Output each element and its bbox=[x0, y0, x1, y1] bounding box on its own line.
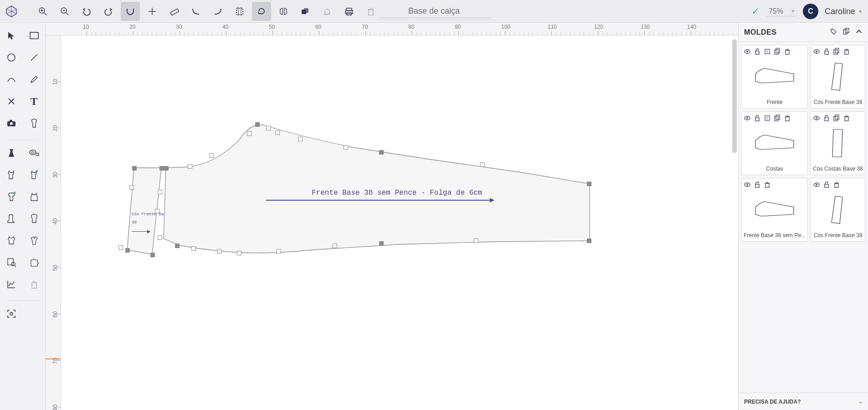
lock-icon[interactable] bbox=[823, 114, 830, 122]
pattern-handle[interactable] bbox=[298, 137, 303, 141]
tag-icon[interactable]: T bbox=[764, 114, 771, 122]
ruler-button[interactable] bbox=[164, 2, 184, 21]
pattern-handle[interactable] bbox=[132, 166, 137, 171]
lock-icon[interactable] bbox=[754, 114, 761, 122]
mold-card[interactable]: Frente Base 38 sem Pe... bbox=[741, 178, 808, 242]
mold-card[interactable]: Cós Costas Base 38 bbox=[811, 111, 865, 175]
shirt-dot-tool[interactable] bbox=[4, 189, 19, 204]
select-tool[interactable] bbox=[4, 28, 19, 43]
pattern-handle[interactable] bbox=[587, 182, 591, 186]
measure-tape-tool[interactable] bbox=[27, 145, 41, 160]
camera-tool[interactable] bbox=[4, 116, 19, 130]
trash-icon[interactable] bbox=[843, 48, 850, 55]
pattern-handle[interactable] bbox=[210, 153, 214, 158]
pattern-main[interactable]: Frente Base 38 sem Pence - Folga de 6cm bbox=[161, 122, 599, 286]
pattern-handle[interactable] bbox=[266, 126, 271, 130]
pattern-handle[interactable] bbox=[247, 131, 252, 136]
pencil-tool[interactable] bbox=[27, 72, 41, 87]
user-name[interactable]: Caroline bbox=[825, 7, 855, 16]
eye-icon[interactable] bbox=[813, 181, 820, 188]
pattern-handle[interactable] bbox=[255, 122, 260, 127]
pattern-handle[interactable] bbox=[125, 248, 130, 253]
pattern-handle[interactable] bbox=[275, 130, 280, 135]
layers-button[interactable] bbox=[296, 2, 315, 21]
lock-icon[interactable] bbox=[754, 48, 761, 55]
copy-icon[interactable] bbox=[774, 48, 781, 55]
user-avatar[interactable]: C bbox=[803, 4, 818, 19]
pattern-handle[interactable] bbox=[129, 185, 134, 190]
pattern-handle[interactable] bbox=[188, 164, 192, 169]
body-tool[interactable] bbox=[27, 116, 41, 130]
delete-point-tool[interactable] bbox=[4, 94, 19, 109]
zoom-out-button[interactable] bbox=[55, 2, 74, 21]
circle-tool[interactable] bbox=[4, 50, 19, 65]
pattern-handle[interactable] bbox=[379, 241, 384, 246]
pattern-handle[interactable] bbox=[118, 245, 123, 250]
undo-button[interactable] bbox=[77, 2, 96, 21]
curve-tool[interactable] bbox=[4, 72, 19, 87]
mold-card[interactable]: Cós Frente Base 38 bbox=[811, 178, 865, 242]
app-logo[interactable] bbox=[0, 0, 23, 23]
pattern-handle[interactable] bbox=[277, 249, 281, 254]
trash-icon[interactable] bbox=[843, 114, 850, 122]
copy-icon[interactable] bbox=[833, 48, 840, 55]
pattern-handle[interactable] bbox=[175, 244, 180, 248]
trash-icon[interactable] bbox=[784, 48, 791, 55]
piece-search-tool[interactable] bbox=[4, 255, 19, 270]
help-bar[interactable]: PRECISA DE AJUDA? ⌄ bbox=[739, 393, 868, 410]
eye-icon[interactable] bbox=[744, 181, 751, 188]
focus-tool[interactable] bbox=[4, 306, 19, 321]
zoom-select[interactable]: 75% bbox=[766, 6, 796, 16]
mirror-button[interactable] bbox=[274, 2, 293, 21]
line-tool[interactable] bbox=[27, 50, 41, 65]
puzzle-tool[interactable] bbox=[27, 255, 41, 270]
panel-collapse-icon[interactable] bbox=[855, 28, 863, 37]
snap-button[interactable] bbox=[121, 2, 140, 21]
crosshair-button[interactable] bbox=[143, 2, 162, 21]
pattern-handle[interactable] bbox=[150, 253, 155, 257]
dress-fill-tool[interactable] bbox=[4, 145, 19, 160]
panel-copy-icon[interactable] bbox=[842, 28, 850, 37]
rect-tool[interactable] bbox=[27, 28, 41, 43]
mold-card[interactable]: Cós Frente Base 38 bbox=[811, 45, 865, 109]
pattern-handle[interactable] bbox=[379, 150, 384, 155]
canvas-scrollbar[interactable] bbox=[731, 36, 738, 410]
copy-icon[interactable] bbox=[833, 114, 840, 122]
bounding-box-button[interactable] bbox=[230, 2, 249, 21]
ghost-button[interactable] bbox=[318, 2, 337, 21]
mold-card[interactable]: TFrente bbox=[741, 45, 808, 109]
vest-tool[interactable] bbox=[27, 189, 41, 204]
canvas[interactable]: Cós Frente Base 38 Frente Base 38 sem Pe… bbox=[61, 36, 738, 410]
lock-icon[interactable] bbox=[823, 181, 830, 188]
trash-icon[interactable] bbox=[784, 114, 791, 122]
curve-right-button[interactable] bbox=[208, 2, 227, 21]
print-button[interactable] bbox=[339, 2, 359, 21]
pattern-handle[interactable] bbox=[587, 239, 591, 243]
user-menu-chevron-icon[interactable]: ▾ bbox=[859, 8, 862, 15]
pattern-handle[interactable] bbox=[237, 251, 241, 255]
pattern-handle[interactable] bbox=[333, 244, 337, 248]
scrollbar-thumb[interactable] bbox=[732, 39, 737, 153]
tank-dot-tool[interactable] bbox=[27, 167, 41, 182]
eye-icon[interactable] bbox=[813, 114, 820, 122]
graph-tool[interactable] bbox=[4, 277, 19, 291]
curve-left-button[interactable] bbox=[186, 2, 205, 21]
collar-tool[interactable] bbox=[27, 233, 41, 248]
document-title-input[interactable] bbox=[378, 5, 491, 18]
pattern-handle[interactable] bbox=[344, 145, 348, 150]
eye-icon[interactable] bbox=[744, 114, 751, 122]
bag-tool[interactable] bbox=[27, 277, 41, 291]
tag-icon[interactable]: T bbox=[764, 48, 771, 55]
trash-icon[interactable] bbox=[764, 181, 771, 188]
eye-icon[interactable] bbox=[744, 48, 751, 55]
trash-icon[interactable] bbox=[833, 181, 840, 188]
lock-icon[interactable] bbox=[823, 48, 830, 55]
eye-icon[interactable] bbox=[813, 48, 820, 55]
tank-tool[interactable] bbox=[4, 167, 19, 182]
redo-button[interactable] bbox=[99, 2, 118, 21]
pattern-handle[interactable] bbox=[474, 239, 478, 243]
pattern-handle[interactable] bbox=[217, 249, 221, 254]
pattern-handle[interactable] bbox=[480, 162, 485, 167]
zoom-in-button[interactable] bbox=[33, 2, 52, 21]
mold-card[interactable]: TCostas bbox=[741, 111, 808, 175]
